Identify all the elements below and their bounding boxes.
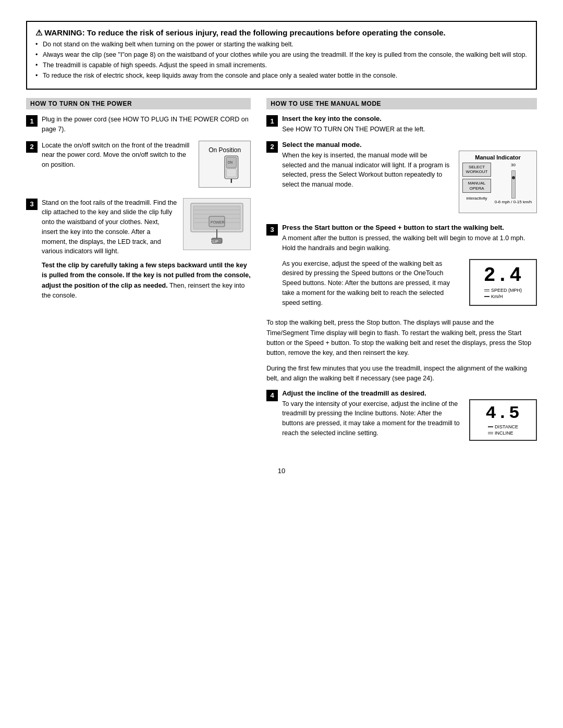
mi-right: 30 0-6 mph / 0-15 km/h xyxy=(493,163,533,204)
step2-right-inline: When the key is inserted, the manual mod… xyxy=(282,151,537,213)
left-column: HOW TO TURN ON THE POWER 1 Plug in the p… xyxy=(26,98,251,451)
warning-title-bold: WARNING: xyxy=(44,28,85,37)
step3-inline-text: Stand on the foot rails of the treadmill… xyxy=(42,198,177,257)
distance-dash xyxy=(488,426,493,427)
page-container: ⚠ WARNING: To reduce the risk of serious… xyxy=(26,21,537,475)
step2-inline-block: Locate the on/off switch on the front of… xyxy=(42,141,251,188)
right-step-4-title: Adjust the incline of the treadmill as d… xyxy=(282,389,537,397)
right-step-2: 2 Select the manual mode. When the key i… xyxy=(266,141,537,217)
mi-manual-opera: MANUAL OPERA xyxy=(462,179,491,193)
right-step-4-number: 4 xyxy=(266,390,278,401)
right-step-1-text: See HOW TO TURN ON THE POWER at the left… xyxy=(282,125,537,134)
incline-label-incline-text: INCLINE xyxy=(495,430,513,436)
step3-bold-text: Test the clip by carefully taking a few … xyxy=(42,261,251,301)
manual-indicator-title: Manual Indicator xyxy=(462,154,533,161)
right-step-1-title: Insert the key into the console. xyxy=(282,115,537,122)
right-step-3-para1: A moment after the button is pressed, th… xyxy=(282,233,537,254)
right-column: HOW TO USE THE MANUAL MODE 1 Insert the … xyxy=(266,98,537,451)
manual-indicator-body: SELECTWORKOUT MANUAL OPERA interactivity… xyxy=(462,163,533,204)
svg-rect-2 xyxy=(226,168,236,177)
mi-select-workout: SELECTWORKOUT xyxy=(462,163,491,177)
mi-left: SELECTWORKOUT MANUAL OPERA interactivity xyxy=(462,163,491,204)
right-section-header: HOW TO USE THE MANUAL MODE xyxy=(266,98,537,109)
step3-inline-block: Stand on the foot rails of the treadmill… xyxy=(42,198,251,257)
right-step-2-title: Select the manual mode. xyxy=(282,141,537,149)
left-step-1: 1 Plug in the power cord (see HOW TO PLU… xyxy=(26,115,251,134)
mi-scale-label: 0-6 mph / 0-15 km/h xyxy=(495,200,532,204)
mi-interactivity: interactivity xyxy=(462,196,491,201)
incline-dash-double xyxy=(488,432,493,434)
speed-dash-double xyxy=(484,289,489,291)
svg-text:ON: ON xyxy=(228,161,233,164)
warning-bullet-4: To reduce the risk of electric shock, ke… xyxy=(35,72,528,79)
left-section-header: HOW TO TURN ON THE POWER xyxy=(26,98,251,109)
speed-dash-single xyxy=(484,296,489,297)
left-step-2-number: 2 xyxy=(26,141,38,153)
speed-label-kmh-text: Km/H xyxy=(491,294,503,299)
warning-bullet-1: Do not stand on the walking belt when tu… xyxy=(35,41,528,48)
page-number: 10 xyxy=(26,467,537,475)
right-step-1-content: Insert the key into the console. See HOW… xyxy=(282,115,537,134)
left-step-3: 3 Stand on the foot rails of the treadmi… xyxy=(26,198,251,305)
left-step-3-content: Stand on the foot rails of the treadmill… xyxy=(42,198,251,305)
warning-title-rest: To reduce the risk of serious injury, re… xyxy=(87,28,446,37)
manual-indicator-box: Manual Indicator SELECTWORKOUT MANUAL OP… xyxy=(459,151,537,213)
warning-bullet-2: Always wear the clip (see "I"on page 8) … xyxy=(35,51,528,58)
left-step-1-number: 1 xyxy=(26,115,38,127)
mi-indicator-dot xyxy=(512,176,515,179)
mi-scale-top: 30 xyxy=(511,163,516,167)
right-step-3-number: 3 xyxy=(266,224,278,236)
left-step-1-text: Plug in the power cord (see HOW TO PLUG … xyxy=(42,115,251,134)
mi-track xyxy=(511,170,516,199)
switch-svg: ON xyxy=(203,154,246,183)
warning-icon: ⚠ xyxy=(35,28,42,37)
step3-para3: To stop the walking belt, press the Stop… xyxy=(266,318,537,359)
right-step-3-title: Press the Start button or the Speed + bu… xyxy=(282,224,537,231)
warning-box: ⚠ WARNING: To reduce the risk of serious… xyxy=(26,21,537,90)
right-step-1: 1 Insert the key into the console. See H… xyxy=(266,115,537,134)
left-step-3-number: 3 xyxy=(26,199,38,210)
step2-right-text: When the key is inserted, the manual mod… xyxy=(282,151,452,190)
speed-label-mph: SPEED (MPH) xyxy=(484,288,522,293)
incline-label-incline: INCLINE xyxy=(488,430,513,436)
step3-right-speed-inline: As you exercise, adjust the speed of the… xyxy=(282,259,537,308)
right-step-4-content: Adjust the incline of the treadmill as d… xyxy=(282,389,537,445)
right-step-1-number: 1 xyxy=(266,115,278,127)
right-step-4: 4 Adjust the incline of the treadmill as… xyxy=(266,389,537,445)
incline-labels: DISTANCE INCLINE xyxy=(488,424,518,436)
clip-diagram: POWER CLIP xyxy=(183,198,251,250)
incline-label-distance-text: DISTANCE xyxy=(495,424,518,429)
step2-inline-text: Locate the on/off switch on the front of… xyxy=(42,141,192,170)
svg-text:CLIP: CLIP xyxy=(210,240,218,243)
step4-inline-block: To vary the intensity of your exercise, … xyxy=(282,399,537,441)
left-step-2: 2 Locate the on/off switch on the front … xyxy=(26,141,251,192)
incline-label-distance: DISTANCE xyxy=(488,424,518,429)
warning-title: ⚠ WARNING: To reduce the risk of serious… xyxy=(35,28,528,38)
incline-digit: 4.5 xyxy=(485,404,520,422)
incline-display-box: 4.5 DISTANCE INCLINE xyxy=(469,399,537,441)
speed-labels: SPEED (MPH) Km/H xyxy=(484,288,522,299)
warning-bullet-3: The treadmill is capable of high speeds.… xyxy=(35,61,528,69)
clip-svg: POWER CLIP xyxy=(188,201,246,248)
speed-label-kmh: Km/H xyxy=(484,294,503,299)
right-step-3-content: Press the Start button or the Speed + bu… xyxy=(282,224,537,312)
right-step-3: 3 Press the Start button or the Speed + … xyxy=(266,224,537,312)
step3-right-speed-text: As you exercise, adjust the speed of the… xyxy=(282,259,463,308)
warning-bullets: Do not stand on the walking belt when tu… xyxy=(35,41,528,79)
two-col-layout: HOW TO TURN ON THE POWER 1 Plug in the p… xyxy=(26,98,537,451)
on-position-label: On Position xyxy=(209,146,241,154)
right-step-2-content: Select the manual mode. When the key is … xyxy=(282,141,537,217)
speed-label-mph-text: SPEED (MPH) xyxy=(491,288,522,293)
speed-digit: 2.4 xyxy=(484,266,522,286)
step3-para4: During the first few minutes that you us… xyxy=(266,364,537,384)
step4-inline-text: To vary the intensity of your exercise, … xyxy=(282,399,463,438)
right-step-2-number: 2 xyxy=(266,141,278,153)
svg-text:POWER: POWER xyxy=(211,220,224,224)
speed-display-box: 2.4 SPEED (MPH) Km/H xyxy=(469,259,537,306)
left-step-2-content: Locate the on/off switch on the front of… xyxy=(42,141,251,192)
left-step-1-content: Plug in the power cord (see HOW TO PLUG … xyxy=(42,115,251,134)
switch-diagram: On Position ON xyxy=(199,141,251,188)
